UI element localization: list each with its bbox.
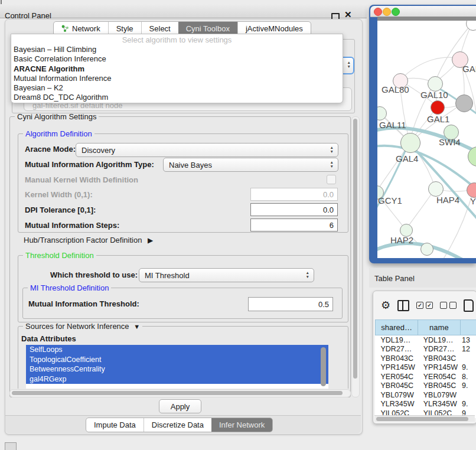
algorithm-dropdown-popup: Select algorithm to view settings Bayesi… bbox=[11, 34, 343, 103]
bottom-tab-discretize-data[interactable]: Discretize Data bbox=[144, 418, 211, 432]
table-header-row: shared… name bbox=[376, 320, 476, 335]
dropdown-item-bayesian-hill-climbing[interactable]: Bayesian – Hill Climbing bbox=[11, 45, 343, 54]
table-cell: 9. bbox=[460, 381, 476, 391]
table-cell: YER054C bbox=[376, 372, 418, 381]
network-node[interactable] bbox=[455, 94, 473, 112]
mi-type-label: Mutual Information Algorithm Type: bbox=[25, 160, 154, 169]
table-cell: YDR27… bbox=[418, 345, 460, 354]
dpi-tolerance-field[interactable]: 0.0 bbox=[250, 203, 338, 216]
dropdown-placeholder: Select algorithm to view settings bbox=[11, 34, 343, 45]
network-window-titlebar[interactable] bbox=[370, 6, 476, 17]
apply-button[interactable]: Apply bbox=[159, 399, 201, 413]
table-cell: YBR045C bbox=[376, 381, 418, 391]
table-cell: 9. bbox=[460, 400, 476, 409]
mi-threshold-group-title: MI Threshold Definition bbox=[28, 283, 111, 292]
sources-title-text: Sources for Network Inference bbox=[25, 324, 129, 331]
network-node[interactable] bbox=[400, 133, 420, 153]
dropdown-item-bayesian-k2[interactable]: Bayesian – K2 bbox=[11, 83, 343, 93]
combo-down-icon: ▼ bbox=[347, 64, 351, 69]
table-row[interactable]: YDR27…YDR27…12 bbox=[376, 345, 476, 354]
column-layout-icon[interactable] bbox=[397, 300, 409, 311]
deselect-all-columns-icon[interactable] bbox=[440, 302, 457, 309]
collapse-arrow-down-icon: ▼ bbox=[133, 324, 140, 330]
bottom-tab-impute-data[interactable]: Impute Data bbox=[86, 418, 144, 432]
which-threshold-label: Which threshold to use: bbox=[50, 270, 138, 279]
bottom-tab-infer-network[interactable]: Infer Network bbox=[211, 418, 272, 432]
mi-threshold-field[interactable]: 0.5 bbox=[248, 297, 333, 311]
mi-steps-field[interactable]: 6 bbox=[250, 219, 338, 231]
table-cell: YBR045C bbox=[418, 381, 460, 391]
table-cell: YLR345W bbox=[418, 400, 460, 409]
data-attributes-label: Data Attributes bbox=[21, 334, 76, 343]
dropdown-item-mutual-information-inference[interactable]: Mutual Information Inference bbox=[11, 74, 343, 83]
table-cell: YBL079W bbox=[418, 390, 460, 400]
network-node[interactable] bbox=[420, 243, 433, 256]
network-canvas[interactable]: GALGAL80GAL10GAL1GAL11SWI4GAL4GCY1HAP4YH… bbox=[377, 21, 476, 258]
table-cell: 8. bbox=[460, 372, 476, 381]
hub-tf-label: Hub/Transcription Factor Definition bbox=[24, 236, 142, 244]
gear-icon[interactable]: ⚙ bbox=[381, 299, 390, 312]
table-cell bbox=[460, 354, 476, 363]
node-label-gal1: GAL1 bbox=[427, 114, 449, 124]
table-cell: YBR043C bbox=[376, 354, 418, 363]
table-row[interactable]: YER054CYER054C8. bbox=[376, 372, 476, 381]
node-table: shared… name YDL19…YDL19…13YDR27…YDR27…1… bbox=[375, 319, 476, 418]
table-cell: YDL19… bbox=[376, 335, 418, 345]
minimize-traffic-light-icon[interactable] bbox=[383, 8, 391, 16]
kernel-width-field[interactable]: 0.0 bbox=[250, 188, 338, 201]
mi-threshold-label: Mutual Information Threshold: bbox=[28, 299, 139, 308]
table-row[interactable]: YBL079WYBL079W bbox=[376, 390, 476, 400]
manual-kernel-checkbox[interactable] bbox=[327, 175, 336, 184]
table-row[interactable]: YDL19…YDL19…13 bbox=[376, 335, 476, 345]
screen-corner-mark bbox=[1, 0, 2, 4]
table-cell: YBL079W bbox=[376, 390, 418, 400]
table-cell: 13 bbox=[460, 335, 476, 345]
data-attributes-list[interactable]: SelfLoopsTopologicalCoefficientBetweenne… bbox=[26, 345, 328, 389]
table-cell: YER054C bbox=[418, 372, 460, 381]
collapsed-panel-icon[interactable] bbox=[5, 442, 17, 450]
aracne-mode-value: Discovery bbox=[81, 146, 115, 155]
table-hscroll-thumb[interactable] bbox=[376, 417, 468, 421]
table-row[interactable]: YLR345WYLR345W9. bbox=[376, 400, 476, 409]
dropdown-item-basic-correlation-inference[interactable]: Basic Correlation Inference bbox=[11, 54, 343, 64]
table-hscroll-track[interactable] bbox=[374, 415, 475, 422]
settings-hscroll-thumb[interactable] bbox=[12, 391, 343, 395]
cyni-settings-group-title: Cyni Algorithm Settings bbox=[15, 112, 99, 121]
which-threshold-value: MI Threshold bbox=[145, 271, 190, 280]
aracne-mode-label: Aracne Mode: bbox=[25, 145, 76, 154]
attribute-item-selfloops[interactable]: SelfLoops bbox=[26, 345, 328, 355]
column-header-shared-name[interactable]: shared… bbox=[376, 320, 418, 335]
network-node[interactable] bbox=[431, 100, 445, 115]
node-label-hap2: HAP2 bbox=[390, 235, 413, 245]
settings-hscroll-track[interactable] bbox=[9, 389, 351, 397]
settings-vscroll-track[interactable] bbox=[351, 116, 360, 397]
attribute-item-betweennesscentrality[interactable]: BetweennessCentrality bbox=[26, 364, 328, 374]
which-threshold-combo[interactable]: MI Threshold ▲▼ bbox=[139, 268, 314, 282]
hub-tf-section[interactable]: Hub/Transcription Factor Definition ▶ bbox=[24, 236, 153, 244]
attributes-list-scrollbar[interactable] bbox=[321, 347, 326, 386]
kernel-width-label: Kernel Width (0,1): bbox=[25, 190, 93, 199]
settings-vscroll-thumb[interactable] bbox=[353, 119, 357, 379]
algorithm-definition-title: Algorithm Definition bbox=[23, 129, 94, 138]
attribute-item-topologicalcoefficient[interactable]: TopologicalCoefficient bbox=[26, 355, 328, 365]
sources-group-title[interactable]: Sources for Network Inference ▼ bbox=[23, 324, 142, 331]
node-label-hap4: HAP4 bbox=[436, 195, 459, 205]
node-label-gal: GAL bbox=[462, 64, 476, 74]
dropdown-item-aracne-algorithm[interactable]: ARACNE Algorithm bbox=[11, 64, 343, 74]
zoom-traffic-light-icon[interactable] bbox=[392, 8, 400, 16]
table-row[interactable]: YBR043CYBR043C bbox=[376, 354, 476, 363]
column-header-name[interactable]: name bbox=[418, 320, 460, 335]
mi-steps-label: Mutual Information Steps: bbox=[25, 221, 119, 230]
export-table-icon[interactable] bbox=[464, 299, 474, 312]
table-cell bbox=[460, 390, 476, 400]
table-row[interactable]: YPR145WYPR145W9. bbox=[376, 363, 476, 373]
column-header-clipped[interactable] bbox=[460, 320, 476, 335]
select-all-columns-icon[interactable]: ✓ ✓ bbox=[416, 302, 433, 309]
close-traffic-light-icon[interactable] bbox=[374, 8, 382, 16]
table-cell: 12 bbox=[460, 345, 476, 354]
table-row[interactable]: YBR045CYBR045C9. bbox=[376, 381, 476, 391]
aracne-mode-combo[interactable]: Discovery ▲▼ bbox=[76, 143, 338, 157]
dropdown-item-dream8-dc-tdc-algorithm[interactable]: Dream8 DC_TDC Algorithm bbox=[11, 93, 343, 102]
attribute-item-gal4rgexp[interactable]: gal4RGexp bbox=[26, 374, 328, 384]
mi-type-combo[interactable]: Naive Bayes ▲▼ bbox=[163, 158, 338, 172]
